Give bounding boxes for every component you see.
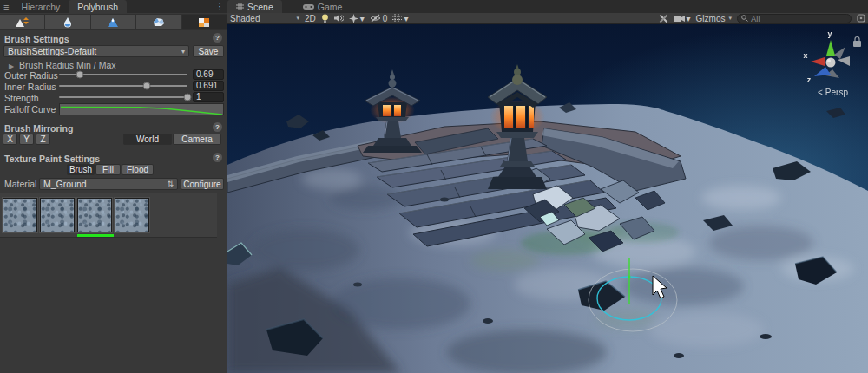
brush-settings-title: Brush Settings <box>4 34 69 44</box>
gizmos-label: Gizmos <box>696 14 726 23</box>
strength-value[interactable]: 1 <box>193 92 224 102</box>
help-icon[interactable]: ? <box>213 33 222 43</box>
tab-game[interactable]: Game <box>294 0 352 13</box>
mode-color-button[interactable] <box>91 15 135 29</box>
save-button[interactable]: Save <box>193 45 224 57</box>
paint-mode-flood-button[interactable]: Flood <box>122 164 154 175</box>
scene-toolbar: Shaded ▾ 2D ▾ <box>227 13 868 24</box>
projection-toggle[interactable]: <Persp <box>818 88 848 97</box>
configure-button[interactable]: Configure <box>181 178 224 190</box>
grid-icon <box>392 14 402 23</box>
object-picker-icon: ⇅ <box>167 180 174 188</box>
selected-swatch-underline <box>77 234 114 237</box>
inner-radius-handle[interactable] <box>142 82 150 90</box>
inner-radius-slider[interactable] <box>59 85 187 87</box>
gizmo-y-label[interactable]: y <box>827 29 832 38</box>
scene-grid-icon <box>236 3 244 10</box>
help-icon[interactable]: ? <box>213 122 222 132</box>
outer-radius-value[interactable]: 0.69 <box>193 69 224 80</box>
preset-row: BrushSettings-Default ▾ Save <box>0 45 227 56</box>
polybrush-panel: ≡ Hierarchy Polybrush ⋮ <box>0 0 227 373</box>
texture-paint-header: Texture Paint Settings ? <box>0 153 227 164</box>
speaker-icon <box>334 14 344 23</box>
strength-row: Strength 1 <box>0 92 227 103</box>
paint-mode-fill-button[interactable]: Fill <box>95 164 121 175</box>
gizmo-z-label[interactable]: z <box>807 75 812 84</box>
outer-radius-handle[interactable] <box>76 71 83 79</box>
shading-mode-dropdown[interactable]: Shaded ▾ <box>230 14 299 23</box>
prefab-rock-icon <box>152 16 166 28</box>
mirror-space-world-button[interactable]: World <box>123 134 172 145</box>
inner-radius-value[interactable]: 0.691 <box>193 81 224 91</box>
texture-swatch-strip <box>0 193 217 238</box>
search-icon <box>741 15 748 22</box>
scene-tabbar: Scene Game <box>227 0 868 13</box>
falloff-row: Falloff Curve <box>0 103 227 117</box>
falloff-curve-icon <box>60 106 223 116</box>
scene-render: y x z <Persp <box>227 24 868 373</box>
mirror-y-button[interactable]: Y <box>19 134 34 145</box>
strength-slider[interactable] <box>59 96 187 98</box>
2d-toggle-button[interactable]: 2D <box>305 14 316 23</box>
tab-hierarchy[interactable]: Hierarchy <box>12 0 69 13</box>
falloff-curve-field[interactable] <box>59 103 224 115</box>
mirror-x-button[interactable]: X <box>3 134 17 145</box>
smooth-droplet-icon <box>62 16 74 28</box>
scene-visibility-button[interactable]: 0 <box>370 14 388 23</box>
tab-scene[interactable]: Scene <box>227 0 282 13</box>
chevron-down-icon: ▾ <box>360 14 365 23</box>
light-bulb-icon <box>321 14 329 23</box>
texture-swatch-4[interactable] <box>115 198 149 232</box>
brush-preset-value: BrushSettings-Default <box>8 46 96 56</box>
picker-square-icon <box>857 14 865 23</box>
component-tools-button[interactable] <box>659 14 668 23</box>
material-label: Material : <box>4 179 42 189</box>
scene-grid-dropdown[interactable]: ▾ <box>392 14 408 23</box>
tab-polybrush[interactable]: Polybrush <box>69 0 127 13</box>
camera-icon <box>674 15 685 23</box>
outer-radius-row: Outer Radius 0.69 <box>0 69 227 81</box>
scene-lighting-button[interactable] <box>321 14 329 23</box>
mode-smooth-button[interactable] <box>45 15 89 29</box>
mode-sculpt-button[interactable] <box>0 15 44 29</box>
wrench-hammer-icon <box>659 14 668 23</box>
hamburger-icon[interactable]: ≡ <box>0 0 12 13</box>
scene-audio-button[interactable] <box>334 14 344 23</box>
chevron-down-icon: ▾ <box>687 14 691 23</box>
material-dropdown[interactable]: M_Ground ⇅ <box>39 178 178 190</box>
mirror-space-camera-button[interactable]: Camera <box>173 134 221 145</box>
brush-mirroring-header: Brush Mirroring ? <box>0 122 227 134</box>
texture-swatch-1[interactable] <box>3 198 37 232</box>
mode-prefab-button[interactable] <box>136 15 181 29</box>
tab-scene-label: Scene <box>247 2 273 12</box>
outer-radius-slider[interactable] <box>59 74 187 75</box>
chevron-down-icon: ▾ <box>404 14 408 23</box>
scene-search-field[interactable] <box>737 14 852 23</box>
mirror-z-button[interactable]: Z <box>36 134 50 145</box>
chevron-down-icon: ▾ <box>296 15 299 22</box>
left-tabbar: ≡ Hierarchy Polybrush ⋮ <box>0 0 227 13</box>
texture-swatch-2[interactable] <box>40 198 75 232</box>
strength-handle[interactable] <box>184 94 192 101</box>
texture-paint-title: Texture Paint Settings <box>4 154 100 164</box>
strength-label: Strength <box>4 93 39 103</box>
scene-viewport[interactable]: y x z <Persp <box>227 24 868 373</box>
gamepad-icon <box>303 3 314 10</box>
paint-mode-brush-button[interactable]: Brush <box>67 164 95 175</box>
unity-editor-window: ≡ Hierarchy Polybrush ⋮ <box>0 0 868 373</box>
gizmos-dropdown[interactable]: Gizmos ▾ <box>696 14 732 23</box>
mode-texture-button[interactable] <box>182 15 227 29</box>
outer-radius-label: Outer Radius <box>4 70 58 81</box>
brush-preset-dropdown[interactable]: BrushSettings-Default ▾ <box>3 45 189 57</box>
tab-hierarchy-label: Hierarchy <box>21 2 60 12</box>
search-options-button[interactable] <box>857 14 865 23</box>
texture-swatch-3-selected[interactable] <box>77 198 112 232</box>
scene-effects-dropdown[interactable]: ▾ <box>349 14 365 23</box>
texture-checker-icon <box>198 17 210 28</box>
scene-search-input[interactable] <box>751 14 847 23</box>
gizmo-x-label[interactable]: x <box>803 51 807 60</box>
help-icon[interactable]: ? <box>213 153 222 162</box>
eye-hidden-icon <box>370 14 381 23</box>
panel-menu-icon[interactable]: ⋮ <box>214 0 225 13</box>
scene-camera-dropdown[interactable]: ▾ <box>674 14 691 23</box>
